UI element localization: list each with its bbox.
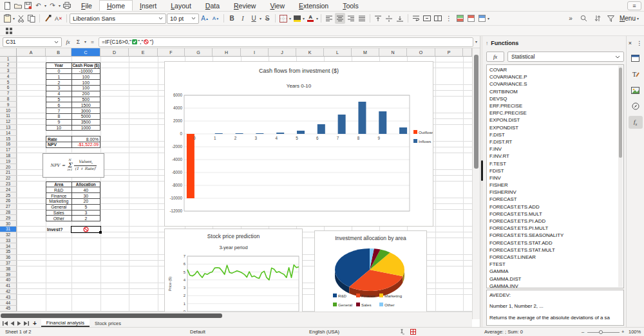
npv-formula-object[interactable]: NPV=NΣi=1Valuesi(1 + Rate)i bbox=[43, 153, 104, 178]
table-cell[interactable]: General bbox=[46, 205, 72, 210]
align-justify-icon[interactable] bbox=[357, 13, 367, 24]
column-header-P[interactable]: P bbox=[435, 48, 463, 56]
function-list-item[interactable]: FORECAST.LINEAR bbox=[487, 254, 623, 261]
column-header-O[interactable]: O bbox=[407, 48, 435, 56]
row-header-11[interactable]: 11 bbox=[0, 113, 17, 119]
column-header-J[interactable]: J bbox=[269, 48, 296, 56]
first-sheet-icon[interactable] bbox=[2, 320, 8, 326]
menu-tab-home[interactable]: Home bbox=[99, 0, 133, 11]
column-header-L[interactable]: L bbox=[324, 48, 352, 56]
table-cell[interactable]: 7 bbox=[46, 108, 72, 113]
table-cell[interactable]: 200 bbox=[72, 91, 100, 97]
borders-caret-icon[interactable]: ▾ bbox=[289, 17, 291, 21]
row-header-8[interactable]: 8 bbox=[0, 97, 17, 102]
sidebar-splitter[interactable] bbox=[480, 36, 483, 327]
function-list-item[interactable]: FORECAST.ETS.MULT bbox=[487, 210, 623, 218]
function-list-item[interactable]: COVARIANCE.S bbox=[487, 80, 623, 88]
table-cell[interactable]: 4 bbox=[46, 91, 72, 97]
language[interactable]: English (USA) bbox=[309, 329, 339, 335]
function-list-item[interactable]: F.INV.RT bbox=[487, 153, 623, 160]
function-list-item[interactable]: EXPON.DIST bbox=[487, 117, 623, 124]
column-header-M[interactable]: M bbox=[352, 48, 379, 56]
table-cell[interactable]: -$1,522.09 bbox=[72, 142, 100, 147]
column-header-A[interactable]: A bbox=[17, 48, 46, 56]
pie-chart-allocation[interactable]: Investment allocation by areaR&DFinanceM… bbox=[314, 230, 427, 312]
function-list-item[interactable]: GAMMA bbox=[487, 268, 623, 275]
hamburger-menu-icon[interactable]: ≡ bbox=[627, 1, 641, 10]
table-cell[interactable]: 1 bbox=[46, 74, 72, 79]
menu-tab-data[interactable]: Data bbox=[198, 0, 227, 11]
align-bottom-icon[interactable] bbox=[395, 13, 405, 24]
unmerge-cells-icon[interactable] bbox=[433, 13, 443, 24]
previous-sheet-icon[interactable] bbox=[9, 320, 15, 326]
merge-cells-icon[interactable] bbox=[422, 13, 432, 24]
row-header-26[interactable]: 26 bbox=[0, 198, 17, 204]
function-list-item[interactable]: F.INV bbox=[487, 145, 623, 153]
vertical-scrollbar-thumb[interactable] bbox=[474, 55, 478, 169]
row-header-37[interactable]: 37 bbox=[0, 261, 17, 266]
row-header-39[interactable]: 39 bbox=[0, 272, 17, 277]
align-top-icon[interactable] bbox=[373, 13, 383, 24]
row-header-20[interactable]: 20 bbox=[0, 164, 17, 170]
menu-tab-review[interactable]: Review bbox=[227, 0, 263, 11]
table-cell[interactable]: 8 bbox=[46, 114, 72, 119]
table-cell[interactable]: 8.00% bbox=[72, 136, 100, 142]
row-header-9[interactable]: 9 bbox=[0, 102, 17, 107]
zoom-slider-thumb[interactable] bbox=[599, 330, 603, 334]
table-cell[interactable]: 5000 bbox=[72, 114, 100, 119]
save-icon[interactable] bbox=[24, 1, 32, 10]
font-name-combo[interactable]: Liberation Sans bbox=[70, 14, 166, 24]
table-cell[interactable]: Cash Flow ($) bbox=[72, 63, 100, 68]
table-cell[interactable]: 3000 bbox=[72, 108, 100, 113]
open-file-icon[interactable] bbox=[14, 1, 22, 10]
table-cell[interactable]: 40 bbox=[72, 187, 100, 192]
row-header-5[interactable]: 5 bbox=[0, 79, 17, 85]
table-cell[interactable]: 5 bbox=[46, 97, 72, 102]
table-cell[interactable]: 3500 bbox=[72, 120, 100, 125]
table-cell[interactable]: 100 bbox=[72, 80, 100, 85]
align-center-icon[interactable] bbox=[335, 13, 345, 24]
table-cell[interactable]: 1000 bbox=[72, 126, 100, 131]
row-header-42[interactable]: 42 bbox=[0, 289, 17, 295]
row-header-41[interactable]: 41 bbox=[0, 283, 17, 289]
table-cell[interactable]: 30 bbox=[72, 193, 100, 198]
underline-caret-icon[interactable]: ▾ bbox=[260, 17, 261, 21]
align-left-icon[interactable] bbox=[324, 13, 334, 24]
font-color-caret-icon[interactable]: ▾ bbox=[316, 17, 318, 21]
table-cell[interactable]: 2 bbox=[72, 216, 100, 221]
table-cell[interactable]: 0 bbox=[46, 69, 72, 74]
menu-tab-layout[interactable]: Layout bbox=[164, 0, 198, 11]
function-list-item[interactable]: FORECAST.ETS.SEASONALITY bbox=[487, 232, 623, 239]
row-header-10[interactable]: 10 bbox=[0, 107, 17, 113]
next-sheet-icon[interactable] bbox=[16, 320, 23, 326]
zoom-level[interactable]: 100% bbox=[629, 329, 641, 335]
function-list-item[interactable]: EXPONDIST bbox=[487, 124, 623, 131]
sidebar-tab-properties[interactable] bbox=[629, 51, 643, 64]
function-list-item[interactable]: FORECAST bbox=[487, 196, 623, 203]
table-cell[interactable]: 1500 bbox=[72, 102, 100, 107]
row-header-7[interactable]: 7 bbox=[0, 91, 17, 97]
undo-caret-icon[interactable]: ▾ bbox=[44, 4, 46, 8]
redo-caret-icon[interactable]: ▾ bbox=[59, 4, 61, 8]
row-header-19[interactable]: 19 bbox=[0, 158, 17, 164]
function-list-item[interactable]: FORECAST.ETS.STAT.ADD bbox=[487, 239, 623, 247]
insert-mode-icon[interactable] bbox=[399, 329, 404, 335]
borders-icon[interactable] bbox=[278, 13, 289, 24]
row-header-4[interactable]: 4 bbox=[0, 73, 17, 79]
function-list-item[interactable]: FINV bbox=[487, 174, 623, 182]
page-style[interactable]: Default bbox=[190, 329, 205, 335]
table-cell[interactable]: Marketing bbox=[46, 199, 72, 204]
row-header-15[interactable]: 15 bbox=[0, 136, 17, 142]
new-document-icon[interactable] bbox=[3, 1, 12, 10]
row-header-6[interactable]: 6 bbox=[0, 85, 17, 91]
column-header-partial[interactable] bbox=[463, 48, 472, 56]
number-format-icon[interactable] bbox=[477, 13, 487, 24]
table-cell[interactable]: 3 bbox=[72, 210, 100, 216]
menu-tab-file[interactable]: File bbox=[74, 0, 99, 11]
table-cell[interactable]: 3 bbox=[46, 86, 72, 91]
zoom-slider[interactable] bbox=[587, 332, 620, 333]
function-list[interactable]: COVARCOVARIANCE.PCOVARIANCE.SCRITBINOMDE… bbox=[486, 64, 624, 288]
function-list-item[interactable]: FDIST bbox=[487, 167, 623, 174]
table-cell[interactable]: 500 bbox=[72, 97, 100, 102]
table-cell[interactable]: Sales bbox=[46, 210, 72, 216]
